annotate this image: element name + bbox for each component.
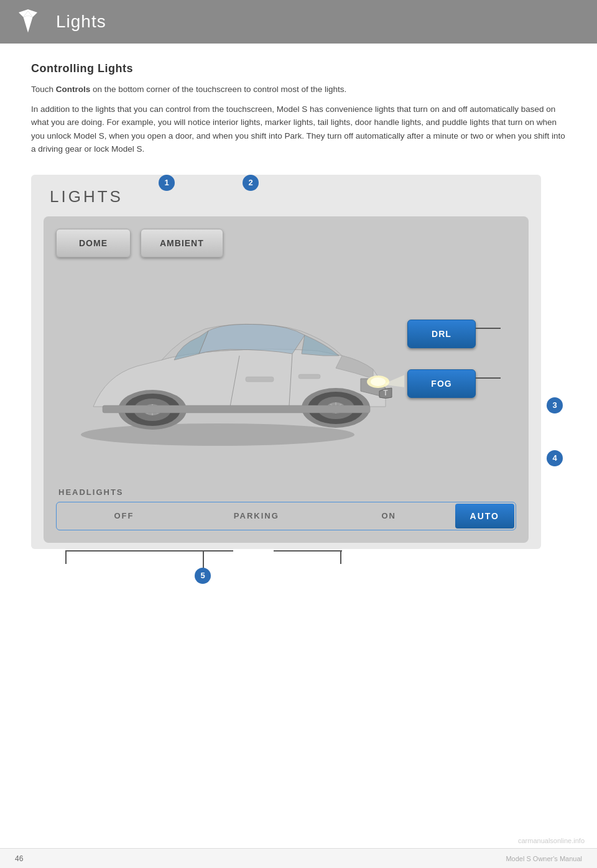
headlights-label: HEADLIGHTS <box>56 487 516 497</box>
car-image-area: T <box>56 264 516 481</box>
headlights-auto-option[interactable]: AUTO <box>455 504 514 529</box>
callout-5-area: 5 <box>31 550 566 581</box>
intro-paragraph-1: Touch Controls on the bottom corner of t… <box>31 83 566 96</box>
page-title: Lights <box>56 12 106 32</box>
svg-marker-1 <box>24 16 29 33</box>
controls-keyword: Controls <box>56 85 91 94</box>
fog-line <box>476 377 501 379</box>
fog-button[interactable]: FOG <box>407 369 476 398</box>
car-svg: T <box>56 264 404 450</box>
watermark: carmanualsonline.info <box>518 837 585 844</box>
intro-pre-text: Touch <box>31 85 56 94</box>
dome-button[interactable]: DOME <box>56 229 131 257</box>
svg-point-4 <box>81 423 354 446</box>
callout-2: 2 <box>243 175 259 191</box>
callout-1: 1 <box>159 175 175 191</box>
bracket-right-vert <box>340 550 341 564</box>
lights-panel: LIGHTS DOME AMBIENT <box>31 175 541 549</box>
section-heading: Controlling Lights <box>31 62 566 75</box>
bracket-top-line <box>65 550 233 552</box>
bracket-right-top <box>274 550 342 552</box>
callout-5: 5 <box>195 568 211 584</box>
drl-line <box>476 328 501 329</box>
callout-3: 3 <box>547 397 563 413</box>
drl-button[interactable]: DRL <box>407 320 476 348</box>
tesla-logo-icon <box>12 6 44 37</box>
svg-rect-26 <box>246 377 274 382</box>
intro-post-text: on the bottom corner of the touchscreen … <box>90 85 346 94</box>
top-buttons-row: DOME AMBIENT <box>56 229 516 257</box>
headlights-on-option[interactable]: ON <box>323 504 455 528</box>
svg-text:T: T <box>383 389 388 397</box>
svg-rect-27 <box>298 374 320 379</box>
headlights-controls: OFF PARKING ON AUTO <box>56 502 516 530</box>
page-header: Lights <box>0 0 597 44</box>
svg-marker-2 <box>28 16 33 33</box>
page-number: 46 <box>15 854 23 863</box>
inner-ui-panel: DOME AMBIENT <box>44 216 529 543</box>
headlights-off-option[interactable]: OFF <box>58 504 190 528</box>
ambient-button[interactable]: AMBIENT <box>141 229 223 257</box>
lights-panel-title: LIGHTS <box>44 187 529 206</box>
intro-paragraph-2: In addition to the lights that you can c… <box>31 103 566 156</box>
manual-name: Model S Owner's Manual <box>506 855 582 862</box>
svg-rect-28 <box>103 405 370 413</box>
main-content: Controlling Lights Touch Controls on the… <box>0 44 597 606</box>
svg-point-6 <box>371 377 386 386</box>
headlights-parking-option[interactable]: PARKING <box>190 504 323 528</box>
lights-diagram: 1 2 LIGHTS DOME AMBIENT <box>31 175 566 581</box>
page-footer: 46 Model S Owner's Manual <box>0 848 597 868</box>
callout-4: 4 <box>547 450 563 466</box>
headlights-section: HEADLIGHTS OFF PARKING ON AUTO <box>56 487 516 530</box>
bracket-left-vert <box>65 550 67 564</box>
